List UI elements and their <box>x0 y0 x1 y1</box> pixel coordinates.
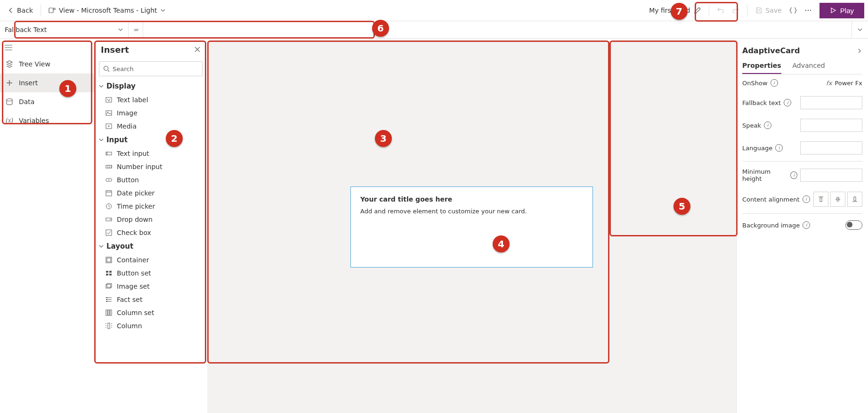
align-top-button[interactable] <box>813 192 828 207</box>
calendar-icon <box>105 190 112 196</box>
code-view-button[interactable] <box>786 5 801 16</box>
checkbox-icon <box>105 229 112 236</box>
align-top-icon <box>818 196 824 202</box>
svg-point-6 <box>104 66 108 71</box>
info-icon[interactable]: i <box>775 144 783 152</box>
tab-advanced[interactable]: Advanced <box>793 58 825 74</box>
separator <box>709 5 709 16</box>
insert-item-number-input[interactable]: 123 Number input <box>94 160 207 173</box>
minheight-input[interactable] <box>800 169 862 182</box>
text-label-icon <box>105 97 112 103</box>
nav-item-data[interactable]: Data <box>0 92 94 111</box>
insert-search-input[interactable]: Search <box>99 61 203 76</box>
rename-button[interactable] <box>690 5 705 16</box>
item-label: Button set <box>117 269 151 277</box>
info-icon[interactable]: i <box>764 121 771 129</box>
svg-rect-21 <box>107 258 111 262</box>
group-title: Layout <box>106 242 133 251</box>
fx-icon: fx <box>826 80 832 87</box>
equals-label: = <box>129 21 143 38</box>
formula-input[interactable] <box>143 21 852 38</box>
fallback-text-input[interactable] <box>800 96 862 109</box>
nav-item-variables[interactable]: (x) Variables <box>0 111 94 130</box>
info-icon[interactable]: i <box>784 99 791 106</box>
prop-fallback-label: Fallback text <box>742 99 781 106</box>
insert-item-media[interactable]: Media <box>94 120 207 133</box>
item-label: Column <box>117 322 142 330</box>
prop-minheight-label: Minimum height <box>742 168 787 182</box>
info-icon[interactable]: i <box>790 171 797 179</box>
command-bar: Back View - Microsoft Teams - Light My f… <box>0 0 868 21</box>
insert-item-image-set[interactable]: Image set <box>94 280 207 293</box>
chevron-down-icon <box>160 8 166 13</box>
pencil-icon <box>694 7 701 14</box>
svg-text:123: 123 <box>107 165 112 168</box>
insert-item-container[interactable]: Container <box>94 253 207 267</box>
chevron-right-icon[interactable] <box>857 48 862 54</box>
save-button[interactable]: Save <box>751 5 785 16</box>
insert-item-image[interactable]: Image <box>94 106 207 120</box>
insert-title: Insert <box>101 45 129 55</box>
clock-icon <box>105 203 112 210</box>
insert-group-input[interactable]: Input <box>94 133 207 147</box>
insert-item-column[interactable]: Column <box>94 319 207 332</box>
insert-item-drop-down[interactable]: Drop down <box>94 213 207 226</box>
close-icon[interactable] <box>194 46 201 53</box>
prop-onshow-label: OnShow <box>742 80 768 87</box>
card-name-label: My first card <box>649 7 690 14</box>
canvas[interactable]: Your card title goes here Add and remove… <box>207 40 736 413</box>
insert-group-layout[interactable]: Layout <box>94 239 207 253</box>
more-icon <box>804 7 812 14</box>
insert-item-button[interactable]: Button <box>94 173 207 186</box>
insert-item-text-input[interactable]: Text input <box>94 147 207 160</box>
insert-item-time-picker[interactable]: Time picker <box>94 200 207 213</box>
nav-item-insert[interactable]: Insert <box>0 73 94 92</box>
insert-item-column-set[interactable]: Column set <box>94 306 207 319</box>
variable-icon: (x) <box>6 117 13 124</box>
insert-item-check-box[interactable]: Check box <box>94 226 207 239</box>
text-input-icon <box>105 150 112 157</box>
formula-expand-button[interactable] <box>852 21 868 38</box>
play-button[interactable]: Play <box>819 3 864 18</box>
chevron-down-icon <box>99 244 104 249</box>
bgimage-toggle[interactable] <box>845 220 862 230</box>
undo-button[interactable] <box>713 5 728 16</box>
info-icon[interactable]: i <box>803 195 810 203</box>
nav-collapse-button[interactable] <box>0 40 94 55</box>
insert-group-display[interactable]: Display <box>94 79 207 93</box>
insert-item-fact-set[interactable]: Fact set <box>94 293 207 306</box>
language-input[interactable] <box>800 141 862 154</box>
info-icon[interactable]: i <box>771 79 778 87</box>
nav-item-label: Data <box>19 98 34 105</box>
properties-panel: AdaptiveCard Properties Advanced OnShow … <box>736 40 868 413</box>
media-icon <box>105 123 112 130</box>
back-label: Back <box>17 7 33 14</box>
item-label: Time picker <box>117 202 155 210</box>
svg-point-2 <box>805 10 806 11</box>
property-dropdown[interactable]: Fallback Text <box>0 21 129 38</box>
more-button[interactable] <box>801 5 816 16</box>
prop-language-label: Language <box>742 145 772 152</box>
insert-item-button-set[interactable]: Button set <box>94 267 207 280</box>
view-dropdown[interactable]: View - Microsoft Teams - Light <box>45 5 170 16</box>
back-button[interactable]: Back <box>4 5 37 16</box>
speak-input[interactable] <box>800 119 862 132</box>
tab-properties[interactable]: Properties <box>742 58 781 74</box>
nav-item-label: Variables <box>19 117 49 124</box>
undo-icon <box>717 7 724 14</box>
card-preview[interactable]: Your card title goes here Add and remove… <box>350 186 593 267</box>
insert-item-date-picker[interactable]: Date picker <box>94 186 207 200</box>
search-icon <box>103 65 110 72</box>
nav-item-tree-view[interactable]: Tree View <box>0 55 94 73</box>
align-bottom-button[interactable] <box>847 192 862 207</box>
item-label: Button <box>117 176 139 184</box>
align-middle-button[interactable] <box>830 192 845 207</box>
prop-powerfx-label[interactable]: Power Fx <box>835 80 862 87</box>
braces-icon <box>789 7 797 14</box>
info-icon[interactable]: i <box>803 221 810 229</box>
redo-button[interactable] <box>728 5 743 16</box>
svg-rect-19 <box>106 230 112 235</box>
insert-item-text-label[interactable]: Text label <box>94 93 207 106</box>
button-set-icon <box>105 270 112 276</box>
item-label: Check box <box>117 229 151 236</box>
